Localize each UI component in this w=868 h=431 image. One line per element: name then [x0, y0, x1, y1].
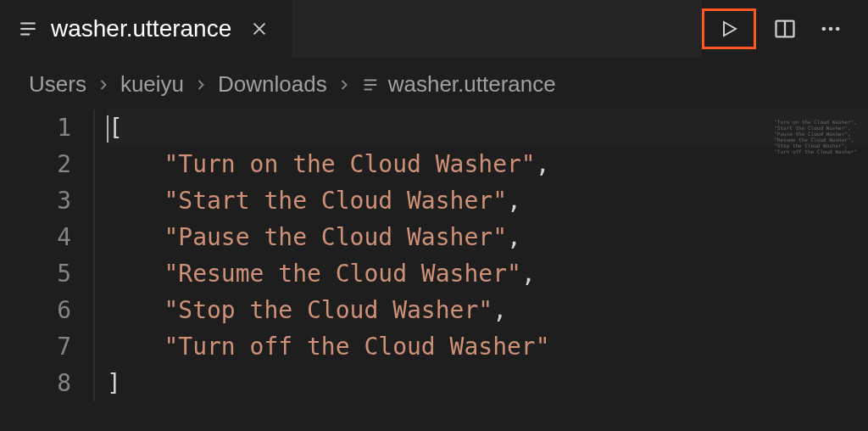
- code-line[interactable]: "Stop the Cloud Washer",: [107, 292, 868, 328]
- svg-point-10: [836, 27, 840, 31]
- file-icon: [361, 76, 380, 94]
- line-number: 5: [0, 255, 71, 292]
- line-number: 7: [0, 328, 71, 365]
- tab-title: washer.utterance: [51, 15, 231, 42]
- code-line[interactable]: "Turn on the Cloud Washer",: [107, 146, 868, 182]
- breadcrumb-item[interactable]: Downloads: [218, 71, 327, 98]
- svg-point-8: [822, 27, 826, 31]
- tab-bar: washer.utterance: [0, 0, 868, 58]
- svg-marker-5: [724, 22, 736, 36]
- code-line[interactable]: ]: [107, 365, 868, 401]
- line-number: 1: [0, 109, 71, 146]
- code-line[interactable]: "Resume the Cloud Washer",: [107, 255, 868, 292]
- editor[interactable]: 12345678 [ "Turn on the Cloud Washer", "…: [0, 109, 868, 401]
- tab-bar-background: [293, 0, 702, 58]
- chevron-right-icon: [92, 76, 115, 93]
- code-line[interactable]: "Start the Cloud Washer",: [107, 182, 868, 219]
- line-number: 4: [0, 219, 71, 255]
- breadcrumb-item[interactable]: Users: [29, 71, 86, 98]
- line-number-gutter: 12345678: [0, 109, 93, 401]
- line-number: 6: [0, 292, 71, 328]
- more-actions-button[interactable]: [814, 12, 848, 46]
- line-number: 8: [0, 365, 71, 401]
- run-button[interactable]: [702, 8, 756, 49]
- chevron-right-icon: [189, 76, 213, 93]
- breadcrumb-item[interactable]: washer.utterance: [388, 71, 556, 98]
- code-line[interactable]: [: [107, 109, 868, 146]
- line-number: 2: [0, 146, 71, 182]
- file-icon: [17, 18, 39, 40]
- breadcrumb: Users kueiyu Downloads washer.utterance: [0, 58, 868, 109]
- code-line[interactable]: "Pause the Cloud Washer",: [107, 219, 868, 255]
- code-line[interactable]: "Turn off the Cloud Washer": [107, 328, 868, 365]
- editor-tab[interactable]: washer.utterance: [0, 0, 293, 58]
- close-icon[interactable]: [247, 16, 272, 42]
- split-editor-button[interactable]: [768, 12, 802, 46]
- tab-actions: [702, 8, 868, 49]
- line-number: 3: [0, 182, 71, 219]
- minimap[interactable]: "Turn on the Cloud Washer", "Start the C…: [768, 119, 861, 170]
- svg-point-9: [829, 27, 833, 31]
- text-cursor: [107, 115, 108, 143]
- chevron-right-icon: [332, 76, 356, 93]
- code-content[interactable]: [ "Turn on the Cloud Washer", "Start the…: [93, 109, 868, 401]
- breadcrumb-item[interactable]: kueiyu: [120, 71, 184, 98]
